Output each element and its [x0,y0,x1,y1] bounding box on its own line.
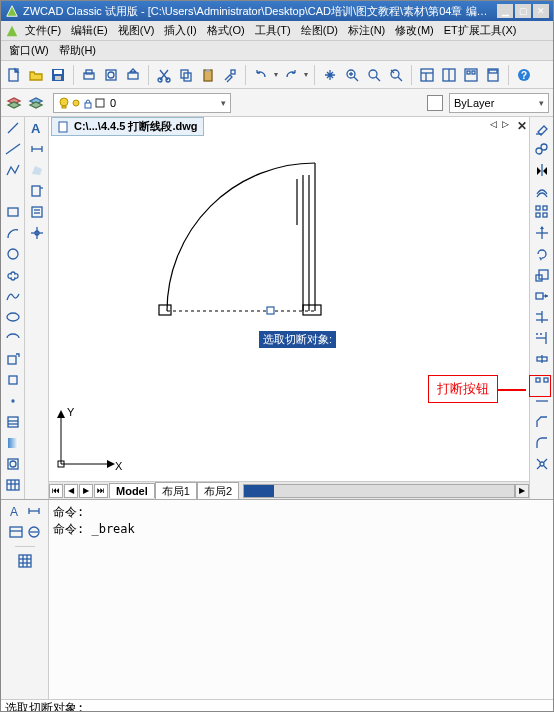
tab-layout1[interactable]: 布局1 [155,482,197,500]
distance-tool[interactable] [28,140,46,158]
close-doc-button[interactable]: ✕ [517,119,527,133]
properties-button[interactable] [418,66,436,84]
arc-tool[interactable] [4,224,22,242]
color-dropdown[interactable]: ByLayer ▾ [449,93,549,113]
array-tool[interactable] [533,203,551,221]
tab-layout2[interactable]: 布局2 [197,482,239,500]
tab-model[interactable]: Model [109,483,155,498]
zoom-previous-button[interactable] [387,66,405,84]
tab-nav-left[interactable]: ◁ [490,119,497,129]
help-button[interactable]: ? [515,66,533,84]
menu-format[interactable]: 格式(O) [203,21,249,40]
layer-manager-button[interactable] [5,94,23,112]
line-tool[interactable] [4,119,22,137]
offset-tool[interactable] [533,182,551,200]
revcloud-tool[interactable] [4,266,22,284]
rotate-tool[interactable] [533,245,551,263]
command-history[interactable]: 命令: 命令: _break [49,500,553,699]
menu-view[interactable]: 视图(V) [114,21,159,40]
zoom-window-button[interactable] [365,66,383,84]
file-tab[interactable]: C:\...\4.4.5 打断线段.dwg [51,117,204,136]
tool-palettes-button[interactable] [462,66,480,84]
menu-help[interactable]: 帮助(H) [55,41,100,60]
print-button[interactable] [80,66,98,84]
polyline-tool[interactable] [4,161,22,179]
color-box[interactable] [427,95,443,111]
menu-tools[interactable]: 工具(T) [251,21,295,40]
scale-tool[interactable] [533,266,551,284]
list-tool[interactable] [28,203,46,221]
command-input[interactable]: 选取切断对象: [1,699,553,712]
break-at-point-tool[interactable] [533,350,551,368]
chamfer-tool[interactable] [533,413,551,431]
mirror-tool[interactable] [533,161,551,179]
app-menu-icon[interactable] [5,24,19,38]
redo-button[interactable] [282,66,300,84]
grid-tool[interactable] [16,552,34,570]
tab-first[interactable]: ⏮ [49,484,63,498]
tab-next[interactable]: ▶ [79,484,93,498]
layer-dropdown[interactable]: 0 ▾ [53,93,231,113]
area-tool[interactable] [28,161,46,179]
point-tool[interactable] [4,392,22,410]
mtext-tool[interactable]: A [28,119,46,137]
ellipse-arc-tool[interactable] [4,329,22,347]
tab-prev[interactable]: ◀ [64,484,78,498]
stretch-tool[interactable] [533,287,551,305]
textstyle-tool[interactable]: A [7,502,25,520]
trim-tool[interactable] [533,308,551,326]
new-button[interactable] [5,66,23,84]
drawing-area[interactable]: C:\...\4.4.5 打断线段.dwg ◁ ▷ ✕ [49,117,529,499]
menu-insert[interactable]: 插入(I) [160,21,200,40]
rectangle-tool[interactable] [4,203,22,221]
explode-tool[interactable] [533,455,551,473]
h-scrollbar[interactable] [243,484,515,498]
scroll-right[interactable]: ▶ [515,484,529,498]
table-tool[interactable] [4,476,22,494]
pan-button[interactable] [321,66,339,84]
ellipse-tool[interactable] [4,308,22,326]
menu-draw[interactable]: 绘图(D) [297,21,342,40]
match-prop-button[interactable] [221,66,239,84]
undo-button[interactable] [252,66,270,84]
menu-file[interactable]: 文件(F) [21,21,65,40]
polygon-tool[interactable] [4,182,22,200]
print-preview-button[interactable] [102,66,120,84]
fillet-tool[interactable] [533,434,551,452]
menu-edit[interactable]: 编辑(E) [67,21,112,40]
spline-tool[interactable] [4,287,22,305]
menu-dimension[interactable]: 标注(N) [344,21,389,40]
layer-state-button[interactable] [27,94,45,112]
menu-modify[interactable]: 修改(M) [391,21,438,40]
gradient-tool[interactable] [4,434,22,452]
make-block-tool[interactable] [4,371,22,389]
circle-tool[interactable] [4,245,22,263]
minimize-button[interactable]: ▁ [497,4,513,18]
erase-tool[interactable] [533,119,551,137]
tablestyle-tool[interactable] [7,523,25,541]
extend-tool[interactable] [533,329,551,347]
region-tool[interactable] [4,455,22,473]
id-point-tool[interactable] [28,224,46,242]
copy-button[interactable] [177,66,195,84]
dimstyle-tool[interactable] [25,502,43,520]
wipeout-tool[interactable] [25,523,43,541]
paste-button[interactable] [199,66,217,84]
canvas[interactable]: 选取切断对象: Y X [49,135,529,481]
menu-et[interactable]: ET扩展工具(X) [440,21,521,40]
open-button[interactable] [27,66,45,84]
menu-window[interactable]: 窗口(W) [5,41,53,60]
maximize-button[interactable]: ▢ [515,4,531,18]
tab-nav-right[interactable]: ▷ [502,119,509,129]
calc-button[interactable] [484,66,502,84]
zoom-realtime-button[interactable] [343,66,361,84]
copy-tool[interactable] [533,140,551,158]
move-tool[interactable] [533,224,551,242]
massprop-tool[interactable] [28,182,46,200]
tab-last[interactable]: ⏭ [94,484,108,498]
save-button[interactable] [49,66,67,84]
xline-tool[interactable] [4,140,22,158]
close-button[interactable]: ✕ [533,4,549,18]
hatch-tool[interactable] [4,413,22,431]
insert-block-tool[interactable] [4,350,22,368]
